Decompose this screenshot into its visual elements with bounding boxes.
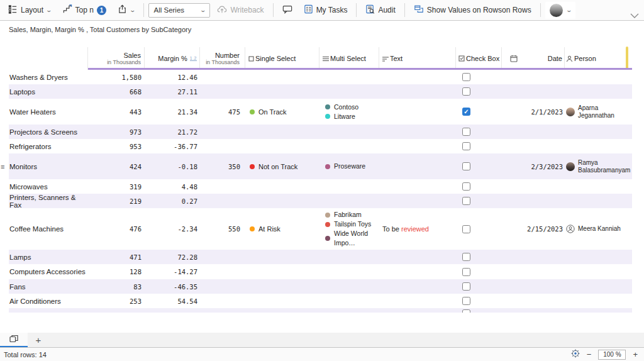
person-column-header[interactable]: Person (565, 47, 632, 70)
number-value (200, 294, 245, 308)
status-dot (325, 164, 330, 169)
row-drag-handle-icon[interactable]: ≡ (1, 163, 4, 170)
zoom-in-button[interactable]: + (633, 350, 638, 359)
person-cell (565, 70, 632, 84)
row-checkbox[interactable] (462, 142, 470, 150)
multi-select-cell[interactable]: ContosoLitware (319, 99, 379, 125)
user-menu-button[interactable]: ⌄ (545, 2, 576, 19)
multi-select-label: Contoso (334, 103, 358, 112)
sales-column-header[interactable]: Sales in Thousands (88, 47, 145, 70)
text-column-header[interactable]: Text (379, 47, 456, 70)
status-dot (250, 164, 255, 169)
checkbox-header-label: Check Box (466, 55, 499, 62)
date-value (502, 250, 565, 264)
number-value (200, 84, 245, 99)
row-checkbox[interactable] (462, 309, 470, 313)
multi-select-cell[interactable]: Proseware (319, 153, 379, 179)
single-select-column-header[interactable]: Single Select (245, 47, 319, 70)
sales-value: 668 (88, 84, 145, 99)
app-window: Layout ⌄ Top n 1 ⌄ All Series ⌄ (0, 0, 644, 361)
number-header-label: Number (215, 52, 240, 59)
multi-select-label: Proseware (334, 162, 365, 171)
show-values-button[interactable]: Show Values on Rowson Rows (409, 2, 536, 19)
row-checkbox[interactable] (462, 87, 470, 96)
row-checkbox[interactable] (462, 197, 470, 205)
table-row: Water Heaters44321.34475On TrackContosoL… (9, 99, 632, 125)
row-checkbox[interactable] (462, 297, 470, 305)
date-column-header[interactable]: Date (502, 47, 565, 70)
person-header-label: Person (574, 55, 596, 62)
row-label: Air Conditioners (9, 294, 88, 308)
person-cell (565, 125, 632, 139)
audit-button[interactable]: Audit (361, 2, 399, 19)
multi-select-cell (319, 194, 379, 208)
zoom-out-button[interactable]: − (587, 350, 592, 359)
sales-header-unit: in Thousands (107, 59, 141, 65)
active-sheet-tab[interactable] (0, 333, 28, 347)
add-sheet-button[interactable]: + (28, 333, 49, 347)
multi-select-column-header[interactable]: Multi Select (319, 47, 379, 70)
single-select-label: On Track (258, 108, 287, 116)
text-cell[interactable]: To be reviewed (379, 208, 456, 250)
multi-select-cell (319, 125, 379, 139)
number-column-header[interactable]: Number in Thousands (200, 47, 245, 70)
margin-value: 21.34 (145, 99, 200, 125)
sales-value: 128 (88, 264, 145, 279)
status-bar: Total rows: 14 − 100 % + (0, 347, 644, 361)
single-select-cell[interactable]: On Track (245, 99, 319, 125)
date-value (502, 279, 565, 294)
date-value (502, 308, 565, 313)
top-n-button[interactable]: Top n 1 (58, 2, 111, 19)
series-select[interactable]: All Series ⌄ (148, 3, 210, 18)
sales-value: 471 (88, 250, 145, 264)
zoom-level[interactable]: 100 % (598, 350, 626, 360)
margin-value: -14.27 (145, 264, 200, 279)
text-header-label: Text (390, 55, 402, 62)
row-checkbox[interactable] (462, 182, 470, 191)
share-button[interactable]: ⌄ (113, 2, 140, 19)
row-checkbox[interactable] (462, 162, 470, 170)
multi-select-cell (319, 84, 379, 99)
row-checkbox[interactable] (462, 253, 470, 261)
square-icon (248, 56, 254, 62)
margin-column-header[interactable]: Margin % 1.2 (145, 47, 200, 70)
row-checkbox[interactable] (462, 73, 470, 81)
writeback-button[interactable]: Writeback (213, 2, 268, 19)
person-cell (565, 250, 632, 264)
row-checkbox[interactable] (462, 128, 470, 136)
number-value (200, 194, 245, 208)
checkbox-cell (456, 179, 502, 194)
margin-value: 27.11 (145, 84, 200, 99)
row-checkbox[interactable] (462, 225, 470, 233)
comment-button[interactable] (278, 2, 297, 19)
checked-box-icon (458, 55, 465, 62)
settings-gear-icon[interactable] (571, 349, 580, 360)
row-checkbox[interactable] (462, 282, 470, 291)
row-checkbox[interactable] (462, 268, 470, 276)
single-select-cell[interactable]: At Risk (245, 208, 319, 250)
text-cell (379, 125, 456, 139)
single-select-cell[interactable]: Not on Track (245, 153, 319, 179)
number-value: 550 (200, 208, 245, 250)
my-tasks-button[interactable]: My Tasks (299, 2, 352, 19)
multi-select-header-label: Multi Select (330, 55, 366, 62)
table-row: Coffee Machines476-2.34550At RiskFabrika… (9, 208, 632, 250)
text-lines-icon (382, 56, 389, 62)
person-cell (565, 179, 632, 194)
multi-select-cell (319, 179, 379, 194)
single-select-cell (245, 250, 319, 264)
number-value (200, 179, 245, 194)
multi-select-cell (319, 294, 379, 308)
layout-button[interactable]: Layout ⌄ (4, 2, 56, 19)
single-select-header-label: Single Select (255, 55, 296, 62)
collapse-toolbar-chevron-icon[interactable] (630, 10, 639, 21)
person-cell (565, 279, 632, 294)
single-select-label: At Risk (258, 225, 280, 233)
text-prefix: To be (382, 225, 401, 233)
multi-select-cell[interactable]: FabrikamTailspin ToysWide World Impo… (319, 208, 379, 250)
table-row: Refrigerators953-36.77 (9, 139, 632, 153)
table-row: Microwaves3194.48 (9, 179, 632, 194)
checkbox-column-header[interactable]: Check Box (456, 47, 502, 70)
row-label: Computers Accessories (9, 264, 88, 279)
row-checkbox[interactable] (462, 108, 470, 116)
